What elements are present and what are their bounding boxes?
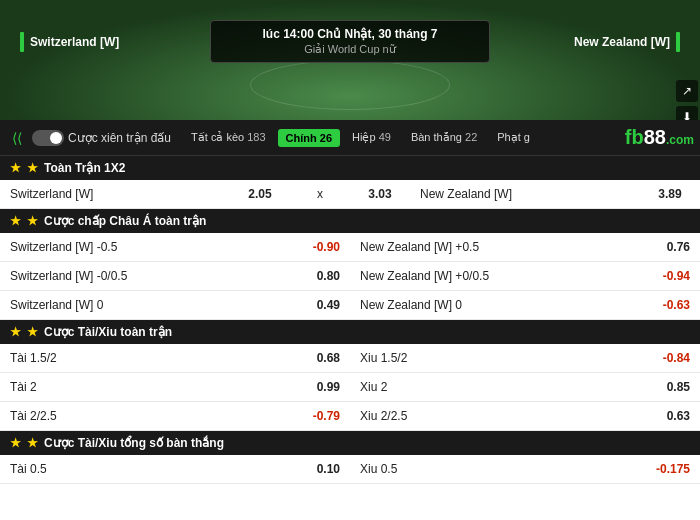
match-competition: Giải World Cup nữ	[227, 43, 473, 56]
tai-3[interactable]: Tài 2/2.5	[0, 402, 270, 430]
tai-ban-thang-odds-1[interactable]: 0.10	[270, 455, 350, 483]
match-time: lúc 14:00 Chủ Nhật, 30 tháng 7	[227, 27, 473, 41]
tai-odds-2[interactable]: 0.99	[270, 373, 350, 401]
download-button[interactable]: ⬇	[676, 106, 698, 120]
btn-hiep[interactable]: Hiệp 49	[344, 128, 399, 147]
team-left-container: Switzerland [W]	[20, 32, 119, 52]
chau-a-right-odds-1[interactable]: 0.76	[620, 233, 700, 261]
chau-a-left-odds-1[interactable]: -0.90	[270, 233, 350, 261]
main-content: ★ ★ Toàn Trận 1X2 Switzerland [W] 2.05 x…	[0, 156, 700, 520]
chau-a-right-2[interactable]: New Zealand [W] +0/0.5	[350, 262, 620, 290]
side-buttons: ↗ ⬇	[676, 80, 698, 120]
btn-chinh[interactable]: Chính 26	[278, 129, 340, 147]
draw-label-1x2: x	[290, 180, 350, 208]
tai-odds-1[interactable]: 0.68	[270, 344, 350, 372]
xiu-2[interactable]: Xiu 2	[350, 373, 620, 401]
row-1x2: Switzerland [W] 2.05 x 3.03 New Zealand …	[0, 180, 700, 209]
star-icon-ban-thang[interactable]: ★	[10, 436, 21, 450]
xiu-odds-3[interactable]: 0.63	[620, 402, 700, 430]
xiu-ban-thang-1[interactable]: Xiu 0.5	[350, 455, 620, 483]
team-right-flag	[676, 32, 680, 52]
team-left-flag	[20, 32, 24, 52]
favorite-icon-tai-xiu[interactable]: ★	[27, 325, 38, 339]
team-right-name: New Zealand [W]	[574, 35, 670, 49]
xiu-3[interactable]: Xiu 2/2.5	[350, 402, 620, 430]
tai-xiu-row-1: Tài 1.5/2 0.68 Xiu 1.5/2 -0.84	[0, 344, 700, 373]
stadium-background: Switzerland [W] lúc 14:00 Chủ Nhật, 30 t…	[0, 0, 700, 120]
chau-a-row-2: Switzerland [W] -0/0.5 0.80 New Zealand …	[0, 262, 700, 291]
ban-thang-row-1: Tài 0.5 0.10 Xiu 0.5 -0.175	[0, 455, 700, 484]
odds-home-1x2[interactable]: 2.05	[230, 180, 290, 208]
team-left-1x2[interactable]: Switzerland [W]	[0, 180, 230, 208]
btn-phat-goc[interactable]: Phạt g	[489, 128, 538, 147]
section-header-tai-xiu: ★ ★ Cược Tài/Xiu toàn trận	[0, 320, 700, 344]
btn-ban-thang[interactable]: Bàn thắng 22	[403, 128, 485, 147]
chau-a-left-odds-2[interactable]: 0.80	[270, 262, 350, 290]
favorite-icon-ban-thang[interactable]: ★	[27, 436, 38, 450]
nav-back-arrow[interactable]: ⟨⟨	[6, 128, 28, 148]
chau-a-row-1: Switzerland [W] -0.5 -0.90 New Zealand […	[0, 233, 700, 262]
favorite-icon-1x2[interactable]: ★	[27, 161, 38, 175]
section-title-tai-xiu: Cược Tài/Xiu toàn trận	[44, 325, 172, 339]
tai-odds-3[interactable]: -0.79	[270, 402, 350, 430]
btn-all-count: 183	[247, 131, 265, 143]
chau-a-left-3[interactable]: Switzerland [W] 0	[0, 291, 270, 319]
field-lines	[250, 60, 450, 110]
section-title-1x2: Toàn Trận 1X2	[44, 161, 125, 175]
chau-a-right-1[interactable]: New Zealand [W] +0.5	[350, 233, 620, 261]
chau-a-left-1[interactable]: Switzerland [W] -0.5	[0, 233, 270, 261]
btn-all-keo[interactable]: Tất cả kèo 183	[183, 128, 274, 147]
star-icon-chau-a[interactable]: ★	[10, 214, 21, 228]
team-left-name: Switzerland [W]	[30, 35, 119, 49]
xiu-odds-2[interactable]: 0.85	[620, 373, 700, 401]
toggle-container: Cược xiên trận đấu	[32, 130, 179, 146]
nav-bar: ⟨⟨ Cược xiên trận đấu Tất cả kèo 183 Chí…	[0, 120, 700, 156]
match-info-bar: lúc 14:00 Chủ Nhật, 30 tháng 7 Giải Worl…	[210, 20, 490, 63]
share-button[interactable]: ↗	[676, 80, 698, 102]
section-header-1x2: ★ ★ Toàn Trận 1X2	[0, 156, 700, 180]
xiu-1[interactable]: Xiu 1.5/2	[350, 344, 620, 372]
chau-a-right-3[interactable]: New Zealand [W] 0	[350, 291, 620, 319]
chau-a-right-odds-3[interactable]: -0.63	[620, 291, 700, 319]
chau-a-right-odds-2[interactable]: -0.94	[620, 262, 700, 290]
star-icon-tai-xiu[interactable]: ★	[10, 325, 21, 339]
section-title-chau-a: Cược chấp Châu Á toàn trận	[44, 214, 206, 228]
section-header-chau-a: ★ ★ Cược chấp Châu Á toàn trận	[0, 209, 700, 233]
section-title-ban-thang: Cược Tài/Xiu tổng số bàn thắng	[44, 436, 224, 450]
team-right-1x2[interactable]: New Zealand [W]	[410, 180, 640, 208]
tai-xiu-row-2: Tài 2 0.99 Xiu 2 0.85	[0, 373, 700, 402]
tai-1[interactable]: Tài 1.5/2	[0, 344, 270, 372]
star-icon-1x2[interactable]: ★	[10, 161, 21, 175]
chau-a-left-2[interactable]: Switzerland [W] -0/0.5	[0, 262, 270, 290]
odds-away-1x2[interactable]: 3.89	[640, 180, 700, 208]
toggle-switch[interactable]	[32, 130, 64, 146]
team-right-container: New Zealand [W]	[574, 32, 680, 52]
chau-a-row-3: Switzerland [W] 0 0.49 New Zealand [W] 0…	[0, 291, 700, 320]
section-header-ban-thang: ★ ★ Cược Tài/Xiu tổng số bàn thắng	[0, 431, 700, 455]
chau-a-left-odds-3[interactable]: 0.49	[270, 291, 350, 319]
tai-xiu-row-3: Tài 2/2.5 -0.79 Xiu 2/2.5 0.63	[0, 402, 700, 431]
tai-2[interactable]: Tài 2	[0, 373, 270, 401]
tai-ban-thang-1[interactable]: Tài 0.5	[0, 455, 270, 483]
favorite-icon-chau-a[interactable]: ★	[27, 214, 38, 228]
odds-draw-1x2[interactable]: 3.03	[350, 180, 410, 208]
toggle-label: Cược xiên trận đấu	[68, 131, 171, 145]
xiu-odds-1[interactable]: -0.84	[620, 344, 700, 372]
fb88-logo: fb88.com	[625, 126, 694, 149]
xiu-ban-thang-odds-1[interactable]: -0.175	[620, 455, 700, 483]
